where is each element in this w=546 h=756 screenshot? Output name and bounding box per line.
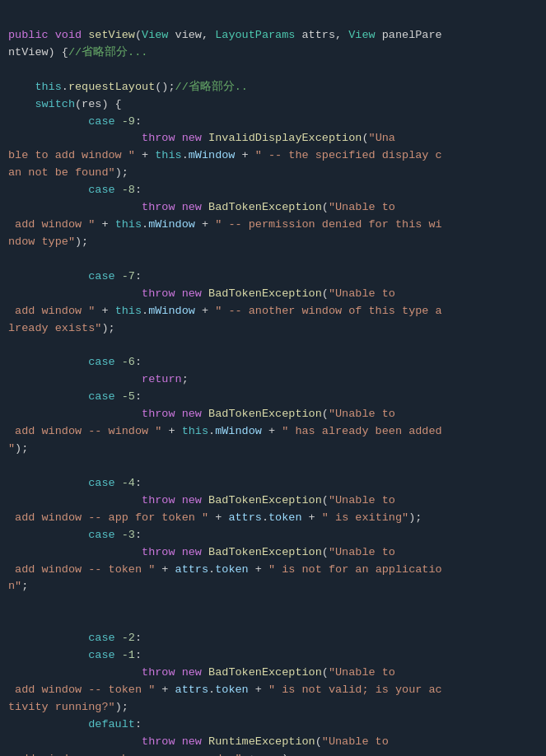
method-setview: setView	[88, 29, 135, 41]
exc-badtoken6: BadTokenException	[208, 666, 322, 679]
str-10: " is exiting"	[322, 511, 408, 524]
var-attrs2: attrs	[175, 563, 209, 576]
exc-runtime: RuntimeException	[208, 735, 315, 748]
throw-6: throw	[142, 546, 175, 558]
num-neg7: -7	[122, 270, 135, 282]
case-neg5: case	[88, 390, 114, 403]
case-neg8: case	[88, 184, 114, 196]
num-neg1: -1	[122, 649, 135, 661]
this-mwindow3: this	[115, 305, 142, 317]
var-mwindow4: mWindow	[215, 425, 262, 437]
num-neg8: -8	[122, 184, 135, 196]
type-layoutparams: LayoutParams	[215, 29, 295, 41]
case-neg3: case	[88, 529, 114, 541]
comment-1: //省略部分...	[68, 46, 148, 58]
keyword-void: void	[55, 29, 82, 41]
var-token2: token	[215, 563, 249, 576]
var-token1: token	[268, 511, 302, 524]
case-neg7: case	[88, 270, 114, 282]
case-neg4: case	[88, 477, 114, 489]
var-mwindow2: mWindow	[148, 218, 195, 231]
num-neg3: -3	[122, 529, 135, 541]
comment-2: //省略部分..	[175, 81, 248, 93]
var-attrs1: attrs	[228, 511, 262, 524]
new-6: new	[182, 546, 202, 558]
keyword-switch: switch	[35, 98, 75, 110]
exc-badtoken3: BadTokenException	[208, 408, 322, 420]
keyword-default: default	[88, 718, 135, 730]
this-mwindow1: this	[155, 149, 181, 161]
throw-5: throw	[142, 494, 175, 506]
new-7: new	[182, 666, 202, 679]
new-8: new	[182, 735, 202, 748]
throw-8: throw	[142, 735, 175, 748]
keyword-public: public	[8, 29, 49, 41]
case-neg2: case	[88, 632, 114, 644]
num-neg4: -4	[122, 477, 135, 489]
throw-4: throw	[142, 408, 175, 420]
num-neg2: -2	[122, 632, 135, 644]
code-editor: public void setView(View view, LayoutPar…	[0, 0, 546, 756]
throw-7: throw	[142, 666, 175, 679]
new-2: new	[182, 201, 202, 213]
exc-badtoken5: BadTokenException	[208, 546, 322, 558]
new-3: new	[182, 287, 202, 300]
this-mwindow2: this	[115, 218, 142, 231]
case-neg6: case	[88, 356, 114, 368]
type-view2: View	[348, 29, 375, 41]
num-neg6: -6	[122, 356, 135, 368]
new-5: new	[182, 494, 202, 506]
type-view1: View	[142, 29, 168, 41]
new-4: new	[182, 408, 202, 420]
case-neg1: case	[88, 649, 114, 661]
throw-2: throw	[142, 201, 175, 213]
throw-3: throw	[142, 287, 175, 300]
method-requestlayout: requestLayout	[68, 81, 155, 93]
num-neg9: -9	[122, 115, 135, 128]
keyword-return: return	[142, 373, 182, 385]
exc-badtoken1: BadTokenException	[208, 201, 322, 213]
var-mwindow1: mWindow	[189, 149, 236, 161]
exc-badtoken2: BadTokenException	[208, 287, 322, 300]
throw-1: throw	[142, 132, 175, 144]
exc-invaliddisplay: InvalidDisplayException	[208, 132, 362, 144]
var-attrs3: attrs	[175, 684, 209, 696]
var-mwindow3: mWindow	[148, 305, 195, 317]
this-requestlayout: this	[35, 81, 61, 93]
this-mwindow4: this	[182, 425, 208, 437]
new-1: new	[182, 132, 202, 144]
case-neg9: case	[88, 115, 114, 128]
var-token3: token	[215, 684, 249, 696]
num-neg5: -5	[122, 390, 135, 403]
exc-badtoken4: BadTokenException	[208, 494, 322, 506]
